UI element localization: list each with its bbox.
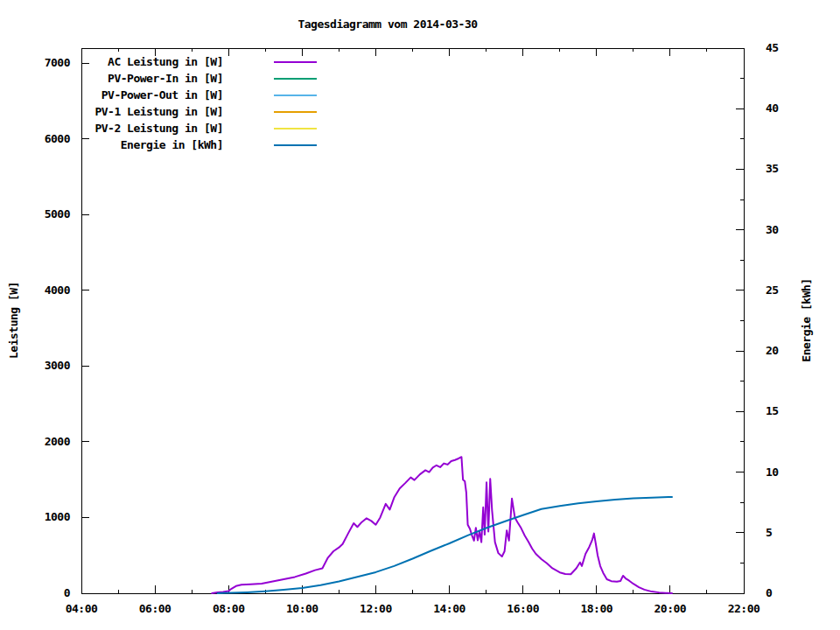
y-right-tick-label: 25 <box>766 284 804 298</box>
x-tick-label: 08:00 <box>200 602 256 616</box>
x-tick-label: 14:00 <box>422 602 478 616</box>
x-tick-label: 20:00 <box>642 602 698 616</box>
y-right-tick-label: 20 <box>766 344 804 358</box>
x-tick-label: 12:00 <box>347 602 403 616</box>
legend-label: PV-Power-In in [W] <box>35 72 223 86</box>
y-right-tick-label: 45 <box>766 41 804 55</box>
y-left-tick-label: 6000 <box>18 132 70 146</box>
legend-line-sample <box>274 78 317 80</box>
x-tick-label: 04:00 <box>53 602 109 616</box>
y-right-tick-label: 5 <box>766 526 804 540</box>
x-tick-label: 10:00 <box>274 602 330 616</box>
legend-line-sample <box>274 61 317 63</box>
x-tick-label: 06:00 <box>127 602 183 616</box>
legend-line-sample <box>274 94 317 96</box>
y-left-tick-label: 2000 <box>18 435 70 449</box>
x-tick-label: 18:00 <box>569 602 625 616</box>
y-right-tick-label: 0 <box>766 586 804 600</box>
y-left-tick-label: 1000 <box>18 510 70 524</box>
y-left-tick-label: 0 <box>18 586 70 600</box>
legend-line-sample <box>274 144 317 146</box>
y-right-tick-label: 40 <box>766 102 804 116</box>
x-tick-label: 16:00 <box>495 602 551 616</box>
y-right-tick-label: 10 <box>766 466 804 480</box>
y-left-tick-label: 3000 <box>18 359 70 373</box>
y-axis-right-label: Energie [kWh] <box>800 250 813 390</box>
y-right-tick-label: 15 <box>766 404 804 418</box>
legend-label: PV-Power-Out in [W] <box>35 88 223 102</box>
legend-line-sample <box>274 111 317 113</box>
daily-diagram-chart: Tagesdiagramm vom 2014-03-30 Leistung [W… <box>0 0 840 630</box>
y-right-tick-label: 35 <box>766 162 804 176</box>
series-line-ac-leistung-in-w <box>212 457 672 593</box>
y-left-tick-label: 5000 <box>18 207 70 221</box>
x-tick-label: 22:00 <box>716 602 772 616</box>
chart-title: Tagesdiagramm vom 2014-03-30 <box>81 18 694 31</box>
legend-label: PV-1 Leistung in [W] <box>35 105 223 119</box>
legend-line-sample <box>274 128 317 130</box>
y-left-tick-label: 4000 <box>18 284 70 298</box>
y-right-tick-label: 30 <box>766 223 804 237</box>
y-left-tick-label: 7000 <box>18 56 70 70</box>
